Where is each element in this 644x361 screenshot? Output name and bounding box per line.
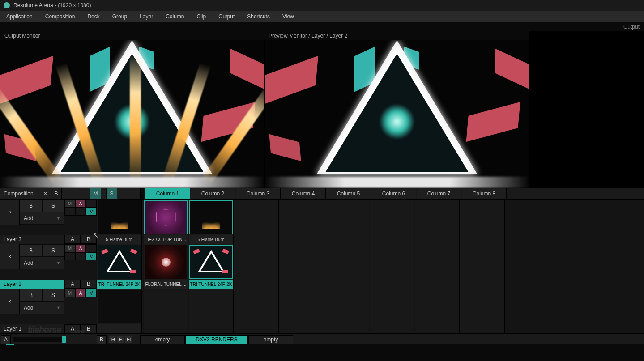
layer-1-preview-clip[interactable] [97,289,142,333]
layer-1-label[interactable]: Layer 1 [0,324,64,333]
layer-1-row: × B S Add▼ MAV Layer 1 A B [0,289,644,334]
column-5-tab[interactable]: Column 5 [326,188,371,199]
layer-2-label[interactable]: Layer 2 [0,280,64,289]
preview-monitor[interactable] [265,40,529,188]
layer-2-mute-toggle[interactable]: M [64,244,75,252]
empty-clip-slot[interactable] [234,200,279,244]
layer-2-solo-button[interactable]: S [42,244,64,257]
empty-clip-slot[interactable] [460,289,505,333]
layer-3-solo-button[interactable]: S [42,200,64,212]
layer-3-audio-toggle[interactable]: A [75,200,86,208]
column-7-tab[interactable]: Column 7 [417,188,461,199]
layer-2-video-toggle[interactable]: V [86,252,97,260]
layer-3-mute-toggle[interactable]: M [64,200,75,208]
crossfade-b-button[interactable]: B [97,335,107,344]
transport-next-icon[interactable]: ▶| [125,336,132,343]
menu-deck[interactable]: Deck [81,11,106,22]
column-4-tab[interactable]: Column 4 [281,188,326,199]
layer-1-close-button[interactable]: × [0,289,20,314]
composition-tab[interactable]: Composition [0,188,40,199]
column-8-tab[interactable]: Column 8 [462,188,507,199]
app-logo-icon [4,2,10,8]
output-monitor[interactable] [0,40,264,188]
empty-clip-slot[interactable] [189,289,234,333]
layer-3-col-2-clip[interactable]: 5 Flame Burn [189,200,234,244]
layer-3-close-button[interactable]: × [0,200,20,225]
layer-2-close-button[interactable]: × [0,244,20,269]
menu-output[interactable]: Output [212,11,241,22]
layer-1-bypass-button[interactable]: B [20,289,42,302]
layer-1-crossfade-b[interactable]: B [81,324,97,333]
composition-bypass-button[interactable]: B [51,188,62,199]
layer-2-crossfade-a[interactable]: A [64,280,81,289]
deck-tab-2[interactable]: DXV3 RENDERS [185,335,248,344]
menu-shortcuts[interactable]: Shortcuts [241,11,276,22]
empty-clip-slot[interactable] [324,289,369,333]
composition-mute-button[interactable]: M [90,188,101,199]
layer-1-solo-button[interactable]: S [42,289,64,302]
layer-2-audio-toggle[interactable]: A [75,244,86,252]
column-2-tab[interactable]: Column 2 [191,188,235,199]
composition-close-button[interactable]: × [40,188,51,199]
empty-clip-slot[interactable] [324,244,369,289]
layer-3-crossfade-b[interactable]: B [81,235,97,244]
deck-row: A B |◀ ▶ ▶| empty DXV3 RENDERS empty [0,334,644,344]
layer-1-crossfade-a[interactable]: A [64,324,81,333]
layer-2-col-1-clip[interactable]: FLORAL TUNNEL ... [144,244,188,289]
empty-clip-slot[interactable] [324,200,369,244]
window-title: Resolume Arena - (1920 x 1080) [13,2,91,8]
layer-3-preview-clip[interactable]: 5 Flame Burn [97,200,142,244]
layer-1-video-toggle[interactable]: V [86,289,97,297]
column-6-tab[interactable]: Column 6 [371,188,416,199]
column-1-tab[interactable]: Column 1 [145,188,190,199]
layer-3-label[interactable]: Layer 3 [0,235,64,244]
layer-1-mute-toggle[interactable]: M [64,289,75,297]
menu-composition[interactable]: Composition [39,11,81,22]
layer-2-crossfade-b[interactable]: B [81,280,97,289]
empty-clip-slot[interactable] [415,289,460,333]
empty-clip-slot[interactable] [370,289,414,333]
layer-2-bypass-button[interactable]: B [20,244,42,257]
empty-clip-slot[interactable] [370,244,414,289]
output-label-row: Output [0,22,644,31]
transport-prev-icon[interactable]: |◀ [109,336,116,343]
empty-clip-slot[interactable] [370,200,414,244]
deck-tab-1[interactable]: empty [140,335,185,344]
empty-clip-slot[interactable] [279,200,324,244]
layer-3-col-1-clip[interactable]: HEX COLOR TUN... [144,200,188,244]
menu-view[interactable]: View [276,11,300,22]
layer-3-crossfade-a[interactable]: A [64,235,81,244]
menu-clip[interactable]: Clip [191,11,213,22]
menu-bar: Application Composition Deck Group Layer… [0,11,644,22]
layer-2-add-dropdown[interactable]: Add▼ [20,257,64,269]
empty-clip-slot[interactable] [234,244,279,289]
layer-3-video-toggle[interactable]: V [86,208,97,216]
transport-play-icon[interactable]: ▶ [117,336,124,343]
menu-column[interactable]: Column [159,11,190,22]
crossfade-slider[interactable] [13,337,66,342]
empty-clip-slot[interactable] [460,200,505,244]
crossfade-a-button[interactable]: A [1,335,11,344]
layer-1-add-dropdown[interactable]: Add▼ [20,302,64,314]
column-3-tab[interactable]: Column 3 [236,188,281,199]
empty-clip-slot[interactable] [279,244,324,289]
layer-2-col-2-clip[interactable]: TRI TUNNEL 24P 2K [189,244,234,289]
empty-clip-slot[interactable] [279,289,324,333]
empty-clip-slot[interactable] [234,289,279,333]
menu-layer[interactable]: Layer [133,11,159,22]
layer-3-bypass-button[interactable]: B [20,200,42,212]
empty-clip-slot[interactable] [415,244,460,289]
crossfade-thumb[interactable] [62,336,66,343]
menu-group[interactable]: Group [106,11,133,22]
deck-tab-3[interactable]: empty [248,335,293,344]
layer-2-preview-clip[interactable]: TRI TUNNEL 24P 2K [97,244,142,289]
empty-clip-slot[interactable] [144,289,188,333]
layer-3-add-dropdown[interactable]: Add▼ [20,212,64,225]
title-bar: Resolume Arena - (1920 x 1080) [0,0,644,11]
clip-label: TRI TUNNEL 24P 2K [189,280,233,289]
composition-solo-button[interactable]: S [107,188,117,199]
menu-application[interactable]: Application [0,11,39,22]
empty-clip-slot[interactable] [415,200,460,244]
empty-clip-slot[interactable] [460,244,505,289]
layer-1-audio-toggle[interactable]: A [75,289,86,297]
